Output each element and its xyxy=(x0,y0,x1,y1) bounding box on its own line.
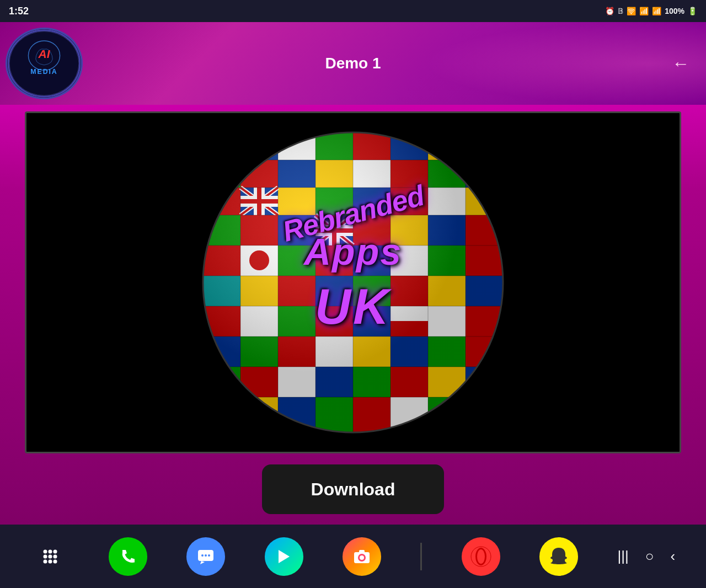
nav-messages-icon[interactable] xyxy=(186,537,225,576)
svg-text:AI: AI xyxy=(38,47,51,60)
alarm-icon: ⏰ xyxy=(605,7,614,15)
app-bar-title: Demo 1 xyxy=(325,55,381,72)
svg-point-137 xyxy=(205,554,207,557)
svg-point-136 xyxy=(201,554,204,557)
battery-level: 100% xyxy=(665,7,684,15)
svg-rect-21 xyxy=(466,160,503,188)
logo-circle: AI MEDIA xyxy=(6,28,83,99)
svg-point-129 xyxy=(43,554,47,558)
wifi-icon: 🛜 xyxy=(627,7,636,15)
svg-point-124 xyxy=(203,132,503,432)
signal2-icon: 📶 xyxy=(652,7,661,15)
apps-grid-svg xyxy=(40,547,60,566)
svg-rect-14 xyxy=(203,160,240,188)
signal-icon: 📶 xyxy=(639,7,649,15)
globe-container: Rebranded Apps UK xyxy=(193,122,513,442)
main-content: Rebranded Apps UK Download xyxy=(0,105,706,525)
status-icons: ⏰ 𝔹 🛜 📶 📶 100% 🔋 xyxy=(605,7,697,15)
svg-rect-143 xyxy=(359,550,365,553)
nav-playstore-icon[interactable] xyxy=(265,537,303,576)
download-button[interactable]: Download xyxy=(262,464,444,514)
svg-point-138 xyxy=(208,554,210,557)
snapchat-svg xyxy=(547,544,571,569)
nav-snapchat-icon[interactable] xyxy=(539,537,578,576)
svg-rect-6 xyxy=(203,132,240,160)
svg-point-132 xyxy=(43,559,47,563)
svg-point-133 xyxy=(48,559,52,563)
video-frame: Rebranded Apps UK xyxy=(25,111,681,453)
svg-rect-13 xyxy=(466,132,503,160)
bluetooth-icon: 𝔹 xyxy=(618,7,623,15)
nav-divider xyxy=(420,543,422,570)
messages-svg xyxy=(196,547,216,566)
svg-point-142 xyxy=(360,555,364,560)
nav-camera-icon[interactable] xyxy=(343,537,381,576)
globe-svg xyxy=(193,122,513,442)
nav-phone-icon[interactable] xyxy=(109,537,147,576)
svg-point-134 xyxy=(53,559,57,563)
svg-point-130 xyxy=(48,554,52,558)
svg-point-126 xyxy=(43,549,47,553)
nav-system-controls: ||| ○ ‹ xyxy=(618,548,676,565)
status-bar: 1:52 ⏰ 𝔹 🛜 📶 📶 100% 🔋 xyxy=(0,0,706,22)
app-logo: AI MEDIA xyxy=(6,28,83,99)
svg-text:MEDIA: MEDIA xyxy=(30,68,57,76)
camera-svg xyxy=(352,547,372,566)
playstore-svg xyxy=(274,547,294,566)
svg-rect-107 xyxy=(466,397,503,432)
nav-apps-icon[interactable] xyxy=(31,537,69,576)
nav-back-icon[interactable]: ‹ xyxy=(671,548,676,565)
download-button-label: Download xyxy=(311,479,395,500)
svg-point-128 xyxy=(53,549,57,553)
nav-bar: ||| ○ ‹ xyxy=(0,525,706,588)
logo-svg: AI MEDIA xyxy=(6,29,83,98)
svg-marker-139 xyxy=(279,550,290,563)
status-time: 1:52 xyxy=(9,6,29,17)
back-button[interactable]: ← xyxy=(672,54,689,74)
svg-point-0 xyxy=(8,30,80,97)
nav-opera-icon[interactable] xyxy=(462,537,500,576)
phone-svg xyxy=(118,547,138,566)
svg-point-127 xyxy=(48,549,52,553)
svg-point-146 xyxy=(477,549,485,564)
battery-icon: 🔋 xyxy=(688,7,697,15)
svg-point-131 xyxy=(53,554,57,558)
nav-home-icon[interactable]: ○ xyxy=(645,548,654,565)
opera-svg xyxy=(470,546,492,568)
nav-recent-icon[interactable]: ||| xyxy=(618,548,629,565)
app-bar: AI MEDIA Demo 1 ← xyxy=(0,22,706,105)
svg-rect-100 xyxy=(203,397,240,432)
